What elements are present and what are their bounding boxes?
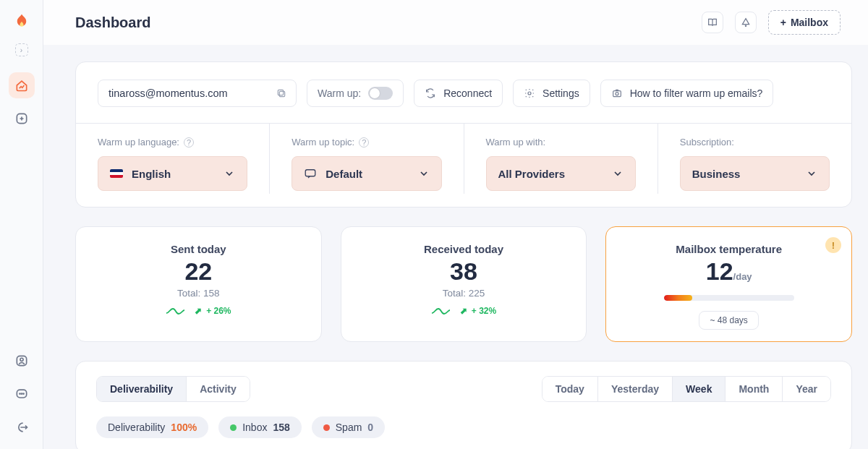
topic-value: Default — [326, 168, 409, 180]
temp-value: 12/day — [621, 258, 837, 285]
range-year[interactable]: Year — [783, 377, 830, 401]
sent-trend: ⬈ + 26% — [166, 306, 231, 316]
notifications-button[interactable] — [735, 12, 757, 33]
topic-select[interactable]: Default — [292, 156, 441, 191]
pill-label: Deliverability — [108, 422, 165, 433]
deliverability-panel: Deliverability Activity Today Yesterday … — [75, 361, 852, 449]
help-label: How to filter warm up emails? — [630, 87, 763, 99]
tab-activity[interactable]: Activity — [187, 377, 250, 401]
topbar: Dashboard + Mailbox — [43, 0, 868, 45]
docs-button[interactable] — [702, 12, 723, 33]
sidebar-collapse-icon[interactable]: › — [15, 43, 28, 56]
svg-point-10 — [528, 92, 531, 95]
copy-icon[interactable] — [274, 86, 289, 101]
pill-deliverability: Deliverability 100% — [96, 416, 208, 438]
topic-label: Warm up topic:? — [292, 137, 441, 147]
nav-chat[interactable] — [9, 381, 35, 407]
settings-label: Settings — [542, 87, 579, 99]
sparkline-icon — [166, 307, 190, 315]
warning-icon[interactable]: ! — [825, 237, 841, 253]
svg-point-12 — [616, 93, 618, 95]
svg-point-4 — [19, 393, 20, 394]
language-select[interactable]: English — [98, 156, 247, 191]
pill-value: 158 — [273, 422, 289, 433]
range-week[interactable]: Week — [673, 377, 725, 401]
language-label: Warm up language:? — [98, 137, 247, 147]
time-range: Today Yesterday Week Month Year — [542, 376, 831, 402]
pill-value: 100% — [171, 422, 197, 433]
svg-point-6 — [22, 393, 23, 394]
sidebar: › — [0, 0, 43, 449]
pill-label: Spam — [336, 422, 362, 433]
card-title: Mailbox temperature — [621, 243, 837, 255]
mailbox-button-label: Mailbox — [791, 17, 828, 28]
card-sent-today: Sent today 22 Total: 158 ⬈ + 26% — [75, 226, 322, 342]
nav-logout[interactable] — [9, 414, 35, 440]
svg-point-7 — [745, 25, 746, 26]
sent-total: Total: 158 — [90, 288, 307, 299]
temp-days: ~ 48 days — [699, 311, 758, 330]
email-value: tinaross@momentus.com — [109, 87, 274, 99]
gear-icon — [524, 87, 535, 99]
nav-add[interactable] — [9, 106, 35, 132]
sent-value: 22 — [90, 258, 307, 285]
warmup-toggle[interactable]: Warm up: — [307, 80, 404, 107]
svg-point-2 — [20, 358, 22, 361]
warmup-with-select[interactable]: All Providers — [486, 156, 636, 191]
range-today[interactable]: Today — [542, 377, 597, 401]
help-icon[interactable]: ? — [359, 137, 369, 147]
stat-cards: Sent today 22 Total: 158 ⬈ + 26% Receive… — [75, 226, 852, 342]
app-logo — [11, 12, 33, 33]
dot-icon — [230, 424, 237, 431]
subscription-value: Business — [692, 168, 797, 180]
language-value: English — [132, 168, 215, 180]
subscription-label: Subscription: — [680, 137, 830, 147]
card-mailbox-temperature: ! Mailbox temperature 12/day ~ 48 days — [605, 226, 852, 342]
subscription-select[interactable]: Business — [680, 156, 830, 191]
chat-icon — [304, 167, 317, 180]
main-tabs: Deliverability Activity — [96, 376, 250, 402]
help-icon[interactable]: ? — [184, 137, 194, 147]
flag-uk-icon — [110, 169, 123, 178]
with-value: All Providers — [498, 168, 603, 180]
page-title: Dashboard — [75, 14, 150, 31]
reconnect-icon — [425, 87, 436, 99]
reconnect-label: Reconnect — [443, 87, 492, 99]
plus-icon: + — [780, 17, 786, 28]
chevron-down-icon — [806, 168, 817, 179]
card-title: Sent today — [90, 243, 307, 255]
recv-total: Total: 225 — [356, 288, 572, 299]
nav-profile[interactable] — [9, 348, 35, 374]
range-month[interactable]: Month — [726, 377, 782, 401]
with-label: Warm up with: — [486, 137, 636, 147]
settings-button[interactable]: Settings — [513, 80, 590, 107]
svg-rect-13 — [306, 170, 316, 176]
chevron-down-icon — [612, 168, 624, 179]
recv-value: 38 — [356, 258, 572, 285]
temperature-gauge — [664, 295, 794, 301]
reconnect-button[interactable]: Reconnect — [414, 80, 503, 107]
help-link[interactable]: How to filter warm up emails? — [600, 80, 774, 107]
card-title: Received today — [356, 243, 572, 255]
pill-label: Inbox — [242, 422, 267, 433]
recv-trend: ⬈ + 32% — [431, 306, 496, 316]
pill-value: 0 — [367, 422, 373, 433]
pill-spam: Spam 0 — [312, 416, 385, 438]
range-yesterday[interactable]: Yesterday — [598, 377, 672, 401]
email-field[interactable]: tinaross@momentus.com — [98, 80, 297, 107]
warmup-label: Warm up: — [318, 87, 361, 99]
svg-point-5 — [21, 393, 22, 394]
toggle-switch[interactable] — [368, 87, 393, 100]
camera-icon — [611, 87, 623, 99]
tab-deliverability[interactable]: Deliverability — [97, 377, 186, 401]
chevron-down-icon — [418, 168, 430, 179]
sparkline-icon — [431, 307, 456, 315]
dot-icon — [323, 424, 330, 431]
pill-inbox: Inbox 158 — [218, 416, 302, 438]
card-received-today: Received today 38 Total: 225 ⬈ + 32% — [341, 226, 587, 342]
add-mailbox-button[interactable]: + Mailbox — [768, 10, 841, 35]
svg-rect-9 — [278, 90, 283, 95]
config-panel: tinaross@momentus.com Warm up: Reconnect… — [75, 61, 852, 208]
nav-dashboard[interactable] — [9, 72, 35, 98]
svg-rect-11 — [613, 91, 621, 97]
